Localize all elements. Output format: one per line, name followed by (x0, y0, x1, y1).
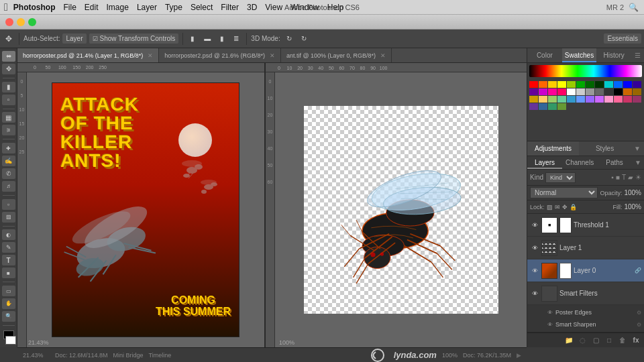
search-icon[interactable]: 🔍 (629, 3, 639, 12)
zoom-display-right[interactable]: 100% (442, 352, 458, 359)
layer-item-smart-filters[interactable]: 👁 Smart Filters (527, 282, 644, 305)
selection-tool[interactable]: ⬌ (2, 51, 15, 62)
sf-eye-sharpen[interactable]: 👁 (547, 322, 553, 328)
align-right-icon[interactable]: ▮ (217, 34, 227, 44)
align-left-icon[interactable]: ▮ (187, 34, 198, 44)
swatch-7[interactable] (595, 81, 604, 88)
menu-image[interactable]: Image (107, 3, 129, 12)
shape-tool[interactable]: ▭ (2, 286, 15, 296)
swatch-37[interactable] (539, 103, 547, 110)
history-brush-tool[interactable]: ♬ (2, 181, 15, 192)
traffic-lights[interactable] (5, 18, 36, 26)
move-tool[interactable]: ✥ (2, 64, 15, 74)
swatch-18[interactable] (586, 88, 594, 95)
swatch-27[interactable] (557, 96, 566, 103)
swatch-39[interactable] (557, 103, 566, 110)
type-filter-icon[interactable]: T (622, 174, 626, 181)
smart-filter-icon[interactable]: ☀ (635, 174, 641, 181)
clone-tool[interactable]: ✆ (2, 168, 15, 179)
layer-eye-threshold1[interactable]: 👁 (530, 221, 539, 230)
doc-tab-1-close[interactable]: ✕ (270, 52, 275, 59)
crop-tool[interactable]: ▦ (2, 112, 15, 123)
new-adjustment-icon[interactable]: ◌ (577, 337, 588, 344)
swatch-4[interactable] (567, 81, 576, 88)
sf-eye-poster[interactable]: 👁 (547, 310, 553, 316)
fx-icon[interactable]: fx (631, 337, 641, 344)
eraser-tool[interactable]: ▫ (2, 199, 15, 210)
swatch-38[interactable] (548, 103, 557, 110)
swatch-11[interactable] (633, 81, 641, 88)
swatch-34[interactable] (623, 96, 632, 103)
minimize-button[interactable] (17, 18, 25, 26)
swatch-16[interactable] (567, 88, 576, 95)
doc-tab-0-close[interactable]: ✕ (148, 52, 153, 59)
background-color[interactable] (5, 336, 16, 345)
sf-settings-sharpen[interactable]: ⚙ (637, 322, 641, 328)
tab-history[interactable]: History (596, 48, 631, 62)
layer-item-layer1[interactable]: 👁 Layer 1 (527, 237, 644, 259)
swatch-35[interactable] (633, 96, 641, 103)
adjustment-filter-icon[interactable]: ■ (616, 174, 620, 181)
move-tool-icon[interactable]: ✥ (3, 34, 15, 44)
menu-filter[interactable]: Filter (221, 3, 239, 12)
new-layer-icon[interactable]: □ (604, 337, 614, 344)
zoom-tool[interactable]: 🔍 (2, 311, 15, 322)
menu-3d[interactable]: 3D (247, 3, 257, 12)
menu-file[interactable]: File (64, 3, 76, 12)
swatch-30[interactable] (586, 96, 594, 103)
menu-edit[interactable]: Edit (85, 3, 99, 12)
swatch-22[interactable] (623, 88, 632, 95)
layer-eye-layer0[interactable]: 👁 (530, 266, 539, 276)
swatch-32[interactable] (604, 96, 613, 103)
lock-all-icon[interactable]: 🔒 (570, 204, 577, 210)
ant-canvas[interactable] (275, 72, 527, 347)
menu-layer[interactable]: Layer (137, 3, 157, 12)
mini-bridge-button[interactable]: Mini Bridge (113, 352, 144, 359)
essentials-select[interactable]: Essentials (604, 34, 641, 44)
swatch-15[interactable] (557, 88, 566, 95)
timeline-button[interactable]: Timeline (149, 352, 172, 359)
sf-item-smart-sharpen[interactable]: 👁 Smart Sharpen ⚙ (547, 318, 641, 330)
swatch-19[interactable] (595, 88, 604, 95)
swatch-3[interactable] (557, 81, 566, 88)
layer-item-layer0[interactable]: 👁 Layer 0 🔗 (527, 259, 644, 282)
swatch-2[interactable] (548, 81, 557, 88)
swatch-20[interactable] (604, 88, 613, 95)
filter-kind-select[interactable]: Kind (545, 172, 576, 183)
brush-tool[interactable]: ✍ (2, 156, 15, 166)
eyedropper-tool[interactable]: ⚞ (2, 125, 15, 135)
path-tool[interactable]: ■ (2, 267, 15, 278)
swatch-10[interactable] (623, 81, 632, 88)
doc-tab-0[interactable]: horrorposter.psd @ 21.4% (Layer 1, RGB/8… (17, 48, 159, 62)
tab-adjustments[interactable]: Adjustments (527, 141, 579, 156)
healing-tool[interactable]: ✚ (2, 143, 15, 154)
menu-select[interactable]: Select (191, 3, 213, 12)
swatch-9[interactable] (614, 81, 623, 88)
tab-styles[interactable]: Styles (579, 141, 631, 156)
blend-mode-select[interactable]: Normal (530, 187, 598, 198)
pixel-filter-icon[interactable]: ▪ (611, 174, 614, 181)
panel-collapse-icon[interactable]: ▼ (631, 141, 644, 156)
new-group-icon[interactable]: 📁 (564, 337, 574, 344)
align-center-icon[interactable]: ▬ (201, 34, 214, 44)
dodge-tool[interactable]: ◐ (2, 229, 15, 240)
zoom-display-left[interactable]: 21.43% (23, 352, 50, 359)
show-transform-checkbox[interactable]: ☑ Show Transform Controls (89, 34, 179, 44)
scroll-right-icon[interactable]: ▶ (517, 352, 521, 359)
swatch-21[interactable] (614, 88, 623, 95)
sub-tab-layers[interactable]: Layers (527, 156, 562, 169)
lock-position-icon[interactable]: ✥ (562, 204, 568, 210)
swatch-26[interactable] (548, 96, 557, 103)
sub-tab-paths[interactable]: Paths (597, 156, 632, 169)
horror-poster-canvas[interactable]: ATTACK OF THE KILLER ANTS! (27, 72, 264, 347)
3d-pan-icon[interactable]: ↻ (298, 34, 310, 44)
doc-tab-2[interactable]: ant.tif @ 100% (Layer 0, RGB/8*) ✕ (281, 48, 392, 62)
lock-transparent-icon[interactable]: ▨ (547, 204, 553, 210)
swatch-1[interactable] (539, 81, 547, 88)
swatch-29[interactable] (576, 96, 585, 103)
shape-filter-icon[interactable]: ▰ (628, 174, 633, 181)
apple-logo[interactable]:  (4, 1, 8, 13)
swatch-23[interactable] (633, 88, 641, 95)
swatch-5[interactable] (576, 81, 585, 88)
swatch-36[interactable] (529, 103, 538, 110)
